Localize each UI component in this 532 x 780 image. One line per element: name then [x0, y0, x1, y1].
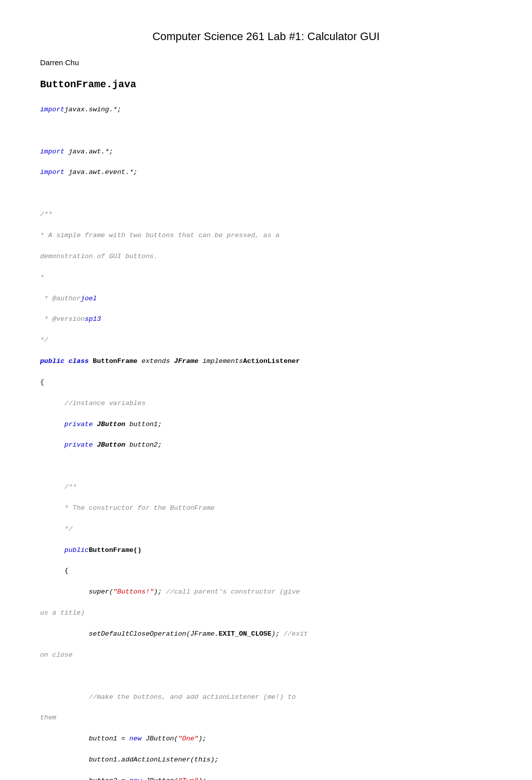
author-name: Darren Chu	[40, 58, 492, 67]
page-title: Computer Science 261 Lab #1: Calculator …	[40, 30, 492, 43]
code-block: importjavax.swing.*; import java.awt.*; …	[40, 94, 492, 780]
file-title: ButtonFrame.java	[40, 79, 492, 90]
